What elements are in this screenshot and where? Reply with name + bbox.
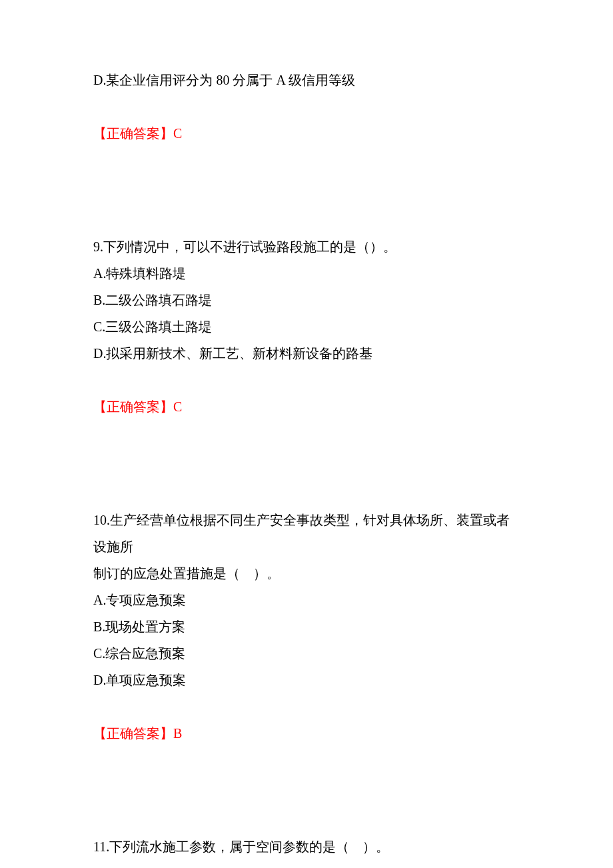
q9-option-a: A.特殊填料路堤 xyxy=(93,260,520,287)
question-11-fragment: 11.下列流水施工参数，属于空间参数的是（ ）。 xyxy=(93,833,520,860)
answer-label: 【正确答案】 xyxy=(93,399,173,414)
q10-option-c: C.综合应急预案 xyxy=(93,640,520,667)
q8-option-d: D.某企业信用评分为 80 分属于 A 级信用等级 xyxy=(93,67,520,93)
q9-stem: 9.下列情况中，可以不进行试验路段施工的是（）。 xyxy=(93,233,520,260)
answer-label: 【正确答案】 xyxy=(93,126,173,141)
q11-stem: 11.下列流水施工参数，属于空间参数的是（ ）。 xyxy=(93,833,520,860)
answer-value: B xyxy=(173,726,182,741)
q10-answer: 【正确答案】B xyxy=(93,720,520,747)
q9-option-b: B.二级公路填石路堤 xyxy=(93,287,520,313)
q10-option-d: D.单项应急预案 xyxy=(93,667,520,693)
q9-answer: 【正确答案】C xyxy=(93,393,520,420)
q10-option-b: B.现场处置方案 xyxy=(93,613,520,640)
q9-option-d: D.拟采用新技术、新工艺、新材料新设备的路基 xyxy=(93,340,520,367)
q10-stem-1: 10.生产经营单位根据不同生产安全事故类型，针对具体场所、装置或者设施所 xyxy=(93,507,520,560)
answer-value: C xyxy=(173,399,182,414)
q8-answer: 【正确答案】C xyxy=(93,120,520,147)
question-10: 10.生产经营单位根据不同生产安全事故类型，针对具体场所、装置或者设施所 制订的… xyxy=(93,507,520,747)
answer-label: 【正确答案】 xyxy=(93,726,173,741)
question-8-fragment: D.某企业信用评分为 80 分属于 A 级信用等级 【正确答案】C xyxy=(93,67,520,147)
question-9: 9.下列情况中，可以不进行试验路段施工的是（）。 A.特殊填料路堤 B.二级公路… xyxy=(93,233,520,420)
q10-option-a: A.专项应急预案 xyxy=(93,587,520,613)
q10-stem-2: 制订的应急处置措施是（ ）。 xyxy=(93,560,520,587)
answer-value: C xyxy=(173,126,182,141)
q9-option-c: C.三级公路填土路堤 xyxy=(93,313,520,340)
page-content: D.某企业信用评分为 80 分属于 A 级信用等级 【正确答案】C 9.下列情况… xyxy=(0,0,613,860)
